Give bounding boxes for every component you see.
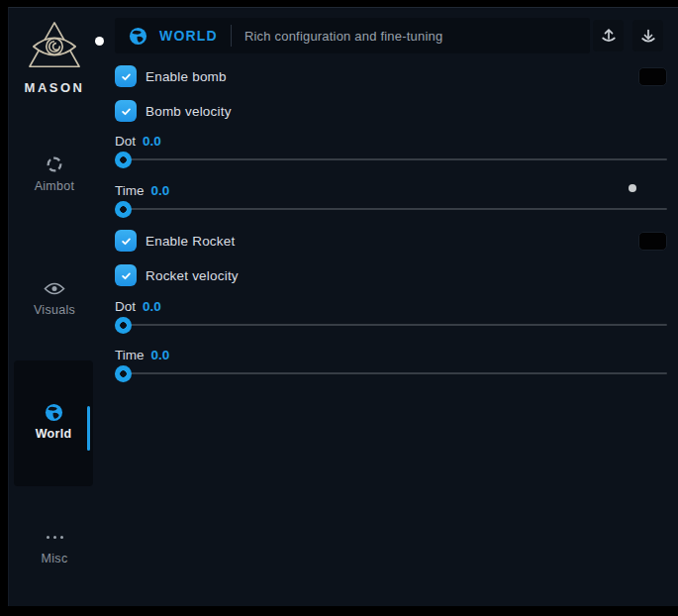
small-gray-dot (629, 184, 636, 192)
sidebar-item-visuals[interactable]: Visuals (9, 278, 100, 317)
slider-thumb[interactable] (115, 365, 132, 382)
check-icon (119, 234, 134, 249)
sidebar-item-label: Misc (9, 552, 100, 565)
slider-name: Dot (115, 134, 136, 149)
setting-row-bomb-velocity: Bomb velocity (115, 100, 667, 122)
bomb-time-slider[interactable] (115, 200, 667, 218)
enable-bomb-checkbox[interactable] (115, 65, 137, 87)
slider-track (115, 158, 667, 160)
page-subtitle: Rich configuration and fine-tuning (244, 29, 442, 44)
ellipsis-icon (9, 527, 100, 547)
globe-icon (14, 402, 93, 422)
bomb-time-label: Time 0.0 (115, 182, 667, 198)
slider-track (115, 324, 667, 326)
cursor-dot (95, 37, 104, 46)
globe-icon (129, 27, 147, 46)
bomb-dot-slider[interactable] (115, 151, 667, 168)
sidebar-item-label: Visuals (9, 303, 100, 317)
setting-label: Bomb velocity (145, 104, 232, 119)
eye-icon (9, 278, 100, 298)
setting-label: Enable bomb (145, 69, 227, 84)
slider-track (115, 208, 667, 210)
slider-track (115, 372, 667, 374)
rocket-velocity-checkbox[interactable] (115, 264, 137, 286)
bomb-dot-label: Dot 0.0 (115, 133, 667, 149)
eye-triangle-logo-icon (26, 20, 83, 73)
slider-value: 0.0 (143, 299, 161, 314)
download-button[interactable] (632, 20, 663, 51)
brand-logo: MASON (9, 20, 100, 95)
slider-value: 0.0 (151, 348, 170, 362)
slider-thumb[interactable] (115, 152, 132, 168)
slider-name: Time (115, 183, 145, 198)
sidebar-item-aimbot[interactable]: Aimbot (9, 154, 100, 193)
sidebar-item-label: Aimbot (9, 179, 100, 193)
enable-rocket-checkbox[interactable] (115, 230, 137, 252)
sidebar-item-misc[interactable]: Misc (9, 527, 100, 565)
brand-name: MASON (9, 80, 100, 95)
slider-thumb[interactable] (115, 201, 132, 218)
check-icon (119, 104, 134, 119)
rocket-dot-label: Dot 0.0 (115, 298, 667, 314)
setting-row-enable-bomb: Enable bomb (115, 65, 667, 87)
sidebar-item-world[interactable]: World (14, 402, 93, 441)
sidebar-item-label: World (14, 427, 93, 441)
bomb-color-swatch[interactable] (638, 67, 667, 86)
rocket-time-label: Time 0.0 (115, 347, 667, 362)
sidebar: MASON Aimbot Visuals (9, 8, 108, 606)
rocket-dot-slider[interactable] (115, 316, 667, 334)
check-icon (119, 69, 134, 84)
setting-label: Rocket velocity (145, 268, 239, 283)
bomb-velocity-checkbox[interactable] (115, 100, 137, 122)
upload-button[interactable] (593, 20, 624, 51)
setting-label: Enable Rocket (145, 234, 235, 249)
crosshair-icon (9, 154, 100, 174)
slider-value: 0.0 (143, 134, 161, 149)
app-window: MASON Aimbot Visuals (8, 7, 678, 606)
header-divider (231, 25, 232, 47)
upload-icon (600, 27, 618, 45)
page-title: WORLD (159, 28, 218, 44)
slider-name: Time (115, 348, 145, 362)
rocket-time-slider[interactable] (115, 364, 667, 382)
download-icon (639, 27, 657, 45)
rocket-color-swatch[interactable] (638, 232, 667, 251)
setting-row-enable-rocket: Enable Rocket (115, 230, 667, 252)
slider-thumb[interactable] (115, 317, 132, 334)
setting-row-rocket-velocity: Rocket velocity (115, 264, 667, 286)
page-header: WORLD Rich configuration and fine-tuning (115, 18, 590, 53)
slider-name: Dot (115, 299, 136, 314)
slider-value: 0.0 (151, 183, 170, 198)
check-icon (119, 268, 134, 283)
world-settings-panel: Enable bomb Bomb velocity Dot 0.0 Time (115, 63, 667, 382)
